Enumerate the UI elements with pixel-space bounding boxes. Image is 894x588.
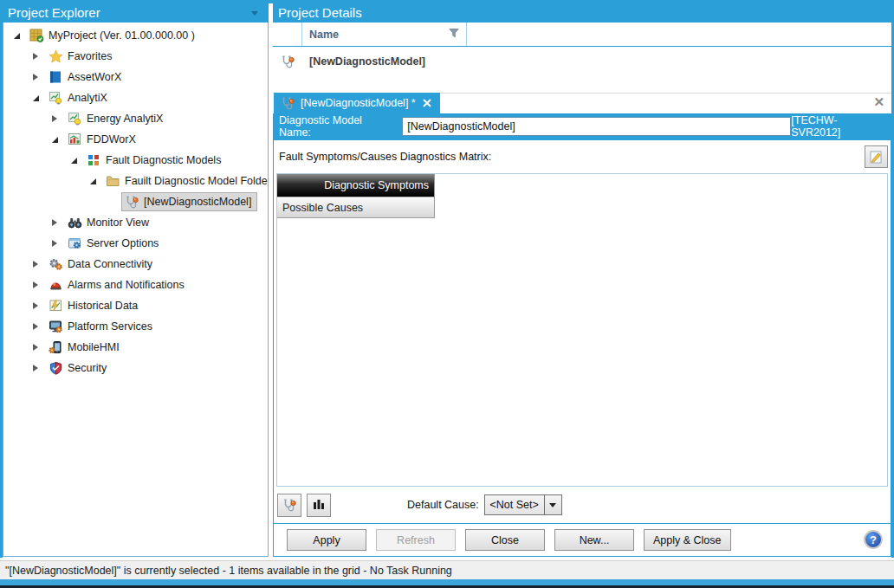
apply-button[interactable]: Apply xyxy=(287,529,366,551)
star-icon xyxy=(49,49,63,63)
close-button[interactable]: Close xyxy=(465,529,545,551)
document-tab-bar: [NewDiagnosticModel] * ✕ xyxy=(273,93,891,113)
tree-item-security[interactable]: Security xyxy=(45,359,113,378)
new-button[interactable]: New... xyxy=(554,529,634,551)
status-text: "[NewDiagnosticModel]" is currently sele… xyxy=(5,565,452,577)
expand-arrow-icon[interactable] xyxy=(29,71,42,83)
stethoscope-icon xyxy=(281,55,295,68)
filter-funnel-icon[interactable] xyxy=(449,28,459,41)
default-cause-value[interactable]: <Not Set> xyxy=(484,494,545,515)
tree-item-label: Data Connectivity xyxy=(68,258,152,270)
gears-icon xyxy=(49,257,63,271)
tree-row: Fault Diagnostic Models xyxy=(3,150,268,171)
expand-arrow-icon[interactable] xyxy=(29,279,42,291)
expand-arrow-icon[interactable] xyxy=(29,320,42,333)
details-grid-header: Name xyxy=(273,23,891,47)
tree-row: AnalytiX xyxy=(3,87,268,108)
matrix-corner-header: Diagnostic Symptoms Possible Causes xyxy=(277,174,435,218)
tree-row: MobileHMI xyxy=(3,337,268,358)
expand-arrow-icon[interactable] xyxy=(29,341,42,353)
tree-item-label: Alarms and Notifications xyxy=(68,279,185,291)
expand-arrow-icon[interactable] xyxy=(10,29,23,42)
tree-item-data-connectivity[interactable]: Data Connectivity xyxy=(45,255,159,274)
historical-icon xyxy=(49,299,63,313)
tree-row: Energy AnalytiX xyxy=(3,108,268,129)
expand-arrow-icon[interactable] xyxy=(29,362,42,374)
tab-newdiagnosticmodel[interactable]: [NewDiagnosticModel] * xyxy=(274,93,440,113)
project-tree: MyProject (Ver. 01.00.000.00 )FavoritesA… xyxy=(3,23,269,557)
diagnostics-matrix[interactable]: Diagnostic Symptoms Possible Causes xyxy=(276,173,888,487)
project-explorer-title: Project Explorer xyxy=(8,3,100,23)
add-cause-button[interactable] xyxy=(277,494,301,517)
details-grid-rows: [NewDiagnosticModel] xyxy=(273,47,891,76)
tree-row: [NewDiagnosticModel] xyxy=(3,191,268,212)
alarm-icon xyxy=(49,278,63,292)
tree-item-label: Favorites xyxy=(68,50,112,62)
tree-item-label: Fault Diagnostic Models xyxy=(106,154,221,166)
tree-item-alarms-and-notifications[interactable]: Alarms and Notifications xyxy=(45,275,191,294)
tree-item-platform-services[interactable]: Platform Services xyxy=(45,317,159,336)
tree-item-assetworx[interactable]: AssetWorX xyxy=(45,68,127,87)
tree-item-fddworx[interactable]: FDDWorX xyxy=(64,130,142,149)
tree-row: Platform Services xyxy=(3,316,268,337)
expand-arrow-icon[interactable] xyxy=(29,300,42,312)
expand-arrow-icon[interactable] xyxy=(49,133,61,145)
combo-dropdown-icon[interactable] xyxy=(545,494,562,515)
project-explorer-header: Project Explorer xyxy=(3,3,269,23)
server-name: [TECHW-SVR2012] xyxy=(791,114,885,139)
tree-item-label: Historical Data xyxy=(68,300,138,312)
details-grid-row[interactable]: [NewDiagnosticModel] xyxy=(273,47,891,76)
add-symptom-button[interactable] xyxy=(307,494,331,517)
expand-arrow-icon[interactable] xyxy=(87,175,99,187)
refresh-button[interactable]: Refresh xyxy=(376,529,456,551)
fddworx-icon xyxy=(68,132,82,146)
tree-item-monitor-view[interactable]: Monitor View xyxy=(64,213,155,232)
tab-close-icon[interactable] xyxy=(423,99,431,107)
tree-item-fault-diagnostic-models[interactable]: Fault Diagnostic Models xyxy=(83,151,227,170)
help-icon[interactable]: ? xyxy=(864,530,883,549)
tree-row: AssetWorX xyxy=(3,67,268,87)
expand-arrow-icon[interactable] xyxy=(49,113,61,125)
expand-arrow-icon[interactable] xyxy=(68,154,80,166)
tree-item-label: MobileHMI xyxy=(68,341,120,353)
models-icon xyxy=(87,153,101,167)
mobile-icon xyxy=(49,340,63,354)
expand-arrow-icon[interactable] xyxy=(29,258,42,270)
tree-item-energy-analytix[interactable]: Energy AnalytiX xyxy=(64,109,169,128)
tree-row: Data Connectivity xyxy=(3,254,268,275)
apply-close-button[interactable]: Apply & Close xyxy=(644,529,731,551)
stethoscope-icon xyxy=(125,195,139,209)
empty-column-header xyxy=(467,23,891,46)
expand-arrow-icon[interactable] xyxy=(49,216,61,229)
stethoscope-icon xyxy=(282,498,297,512)
tree-item-mobilehmi[interactable]: MobileHMI xyxy=(45,338,126,357)
row-name: [NewDiagnosticModel] xyxy=(309,55,425,68)
tree-item-label: AssetWorX xyxy=(68,71,121,83)
tree-item-label: Energy AnalytiX xyxy=(87,113,163,125)
server-options-icon xyxy=(68,236,82,250)
document-close-icon[interactable]: ✕ xyxy=(873,94,884,110)
tree-row: Monitor View xyxy=(3,212,268,233)
tree-item-fauilt-diagnostic-model-folder[interactable]: Fauilt Diagnostic Model Folder xyxy=(102,171,269,191)
icon-column-header xyxy=(273,23,302,46)
tree-item-server-options[interactable]: Server Options xyxy=(64,234,165,253)
tab-label: [NewDiagnosticModel] * xyxy=(301,97,416,109)
tree-row: Historical Data xyxy=(3,295,268,316)
tree-item-favorites[interactable]: Favorites xyxy=(45,47,118,66)
tree-row: Alarms and Notifications xyxy=(3,275,268,295)
name-column-header[interactable]: Name xyxy=(302,23,467,46)
tree-row: Favorites xyxy=(3,46,268,67)
edit-matrix-button[interactable] xyxy=(865,145,888,168)
expand-arrow-icon[interactable] xyxy=(29,50,42,62)
diagnostic-model-name-input[interactable] xyxy=(402,117,791,136)
chevron-down-icon[interactable] xyxy=(251,11,258,16)
default-cause-combobox[interactable]: <Not Set> xyxy=(484,494,562,515)
tree-item-analytix[interactable]: AnalytiX xyxy=(45,88,113,107)
tree-item-historical-data[interactable]: Historical Data xyxy=(45,296,144,315)
tree-item-myproject-ver-01-00-000-00[interactable]: MyProject (Ver. 01.00.000.00 ) xyxy=(26,26,201,45)
tree-item-label: Fauilt Diagnostic Model Folder xyxy=(125,175,269,187)
project-details-header: Project Details xyxy=(273,3,891,23)
expand-arrow-icon[interactable] xyxy=(49,237,61,249)
tree-item-newdiagnosticmodel[interactable]: [NewDiagnosticModel] xyxy=(121,192,257,211)
expand-arrow-icon[interactable] xyxy=(29,92,42,104)
